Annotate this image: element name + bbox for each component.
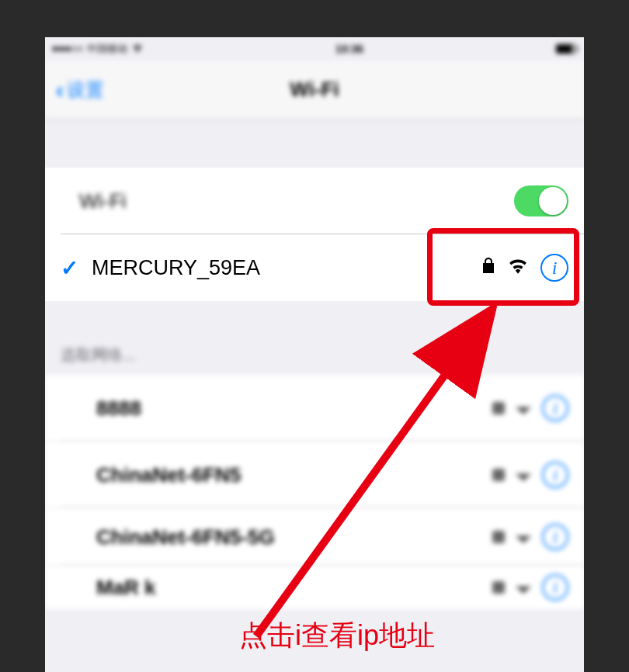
wifi-toggle-switch[interactable] [514,185,568,216]
content-area: Wi-Fi ✓ MERCURY_59EA i 选取网络... 88 [45,120,584,609]
back-label: 设置 [67,78,104,102]
phone-screen: 中国移动 10:36 ‹ 设置 Wi-Fi Wi-Fi ✓ [45,37,584,672]
other-networks-header: 选取网络... [45,340,584,375]
wifi-signal-icon [516,581,531,594]
network-icons: i [481,254,568,282]
battery-icon [556,44,576,54]
chevron-left-icon: ‹ [56,77,64,103]
wifi-toggle-row: Wi-Fi [45,168,584,234]
wifi-signal-icon [508,258,528,277]
status-left: 中国移动 [53,42,143,56]
status-right [556,44,576,54]
connected-network-name: MERCURY_59EA [92,256,481,280]
lock-icon [492,469,505,481]
network-name: ChinaNet-6FN5-5G [96,525,492,549]
page-title: Wi-Fi [290,78,339,102]
network-row[interactable]: MaR k i [45,566,584,609]
network-row[interactable]: 8888 i [45,375,584,442]
info-icon[interactable]: i [542,395,568,421]
info-icon[interactable]: i [542,574,568,601]
network-name: ChinaNet-6FN5 [96,463,492,487]
network-name: MaR k [96,576,492,600]
carrier-label: 中国移动 [87,42,127,56]
info-icon[interactable]: i [542,462,568,488]
lock-icon [492,581,505,594]
network-row[interactable]: ChinaNet-6FN5-5G i [45,508,584,566]
lock-icon [492,402,505,414]
info-icon[interactable]: i [540,254,568,282]
network-name: 8888 [96,397,492,421]
back-button[interactable]: ‹ 设置 [56,77,104,103]
nav-bar: ‹ 设置 Wi-Fi [45,61,584,120]
wifi-signal-icon [516,402,531,414]
wifi-signal-icon [516,531,531,543]
checkmark-icon: ✓ [61,255,92,281]
wifi-signal-icon [516,469,531,481]
wifi-status-icon [132,43,143,55]
status-time: 10:36 [335,43,363,55]
info-icon[interactable]: i [542,524,568,550]
status-bar: 中国移动 10:36 [45,37,584,61]
network-row[interactable]: ChinaNet-6FN5 i [45,442,584,508]
lock-icon [481,257,495,279]
lock-icon [492,531,505,543]
signal-dots-icon [53,47,82,51]
connected-network-row[interactable]: ✓ MERCURY_59EA i [45,234,584,301]
wifi-toggle-label: Wi-Fi [79,189,514,213]
